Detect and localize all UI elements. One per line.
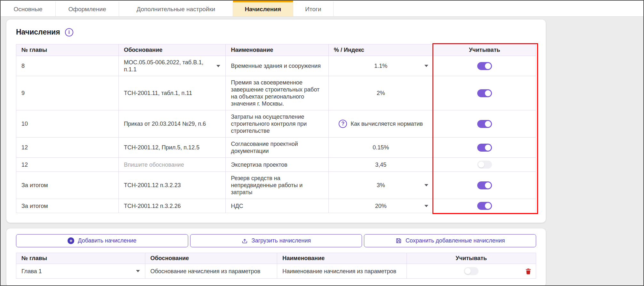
trash-icon: [525, 267, 532, 275]
name-cell: Затраты на осуществление строительного к…: [226, 110, 329, 138]
accruals-table: № главы Обоснование Наименование % / Инд…: [16, 44, 536, 213]
tab-oformlenie[interactable]: Оформление: [56, 1, 119, 16]
chapter-cell: 12: [16, 158, 119, 172]
table-row: 12 ТСН-2001.12, Прил.5, п.12.5 Согласова…: [16, 138, 536, 158]
window: Основные Оформление Дополнительные настр…: [0, 0, 644, 286]
name-cell: Экспертиза проектов: [226, 158, 329, 172]
include-cell: [433, 76, 536, 110]
value-dropdown-cell[interactable]: 1.1%: [329, 56, 433, 76]
name-cell[interactable]: Наименование начисления из параметров: [277, 264, 407, 279]
chapter-cell: 9: [16, 76, 119, 110]
how-normative-link[interactable]: ? Как вычисляется норматив: [334, 120, 428, 128]
chapter-cell: 12: [16, 138, 119, 158]
include-toggle[interactable]: [477, 89, 492, 97]
normative-help-cell: ? Как вычисляется норматив: [329, 110, 433, 138]
include-toggle[interactable]: [477, 62, 492, 70]
button-label: Сохранить добавленные начисления: [406, 237, 505, 244]
include-toggle[interactable]: [477, 120, 492, 128]
header-row: № главы Обоснование Наименование % / Инд…: [16, 44, 536, 56]
save-icon: [395, 237, 402, 244]
include-toggle[interactable]: [477, 161, 492, 169]
value-text: 20%: [375, 203, 387, 209]
card-title-row: Начисления i: [16, 28, 536, 36]
add-accrual-button[interactable]: + Добавить начисление: [16, 234, 188, 247]
table-row: За итогом ТСН-2001.12 п.3.2.26 НДС 20%: [16, 199, 536, 213]
add-accruals-card: + Добавить начисление Загрузить начислен…: [6, 228, 546, 286]
name-cell: НДС: [226, 199, 329, 213]
table-row: Глава 1 Обоснование начисления из параме…: [16, 264, 536, 279]
tab-label: Итоги: [305, 6, 321, 13]
tab-nachisleniya[interactable]: Начисления: [233, 1, 293, 16]
basis-cell[interactable]: Приказ от 20.03.2014 №29, п.6: [118, 110, 226, 138]
tab-itogi[interactable]: Итоги: [293, 1, 334, 16]
value-dropdown-cell[interactable]: 20%: [329, 199, 433, 213]
include-cell: [433, 138, 536, 158]
col-header-value: % / Индекс: [329, 44, 433, 56]
caret-down-icon[interactable]: [136, 270, 140, 272]
tab-dopolnitelnye-nastroyki[interactable]: Дополнительные настройки: [119, 1, 233, 16]
accruals-table-wrap: № главы Обоснование Наименование % / Инд…: [16, 44, 536, 213]
chapter-select[interactable]: Глава 1: [16, 264, 145, 279]
question-icon: ?: [339, 120, 347, 128]
basis-cell[interactable]: ТСН-2001.11, табл.1, п.11: [118, 76, 226, 110]
basis-input-placeholder[interactable]: Впишите обоснование: [118, 158, 226, 172]
value-dropdown-cell[interactable]: 3%: [329, 172, 433, 199]
basis-value: МОС.05.05-006.2022, таб.В.1, п.1.1: [124, 59, 214, 73]
include-cell: [433, 110, 536, 138]
chapter-cell: 10: [16, 110, 119, 138]
new-accruals-table: № главы Обоснование Наименование Учитыва…: [16, 253, 536, 279]
tab-osnovnye[interactable]: Основные: [1, 1, 56, 16]
name-cell: Резерв средств на непредвиденные работы …: [226, 172, 329, 199]
name-cell: Премия за своевременное завершение строи…: [226, 76, 329, 110]
value-cell[interactable]: 3,45: [329, 158, 433, 172]
info-icon[interactable]: i: [65, 28, 73, 36]
tab-bar: Основные Оформление Дополнительные настр…: [1, 1, 643, 17]
include-cell: [433, 199, 536, 213]
header-row: № главы Обоснование Наименование Учитыва…: [16, 253, 536, 264]
value-text: 1.1%: [374, 63, 387, 69]
col-header-include: Учитывать: [407, 253, 536, 264]
delete-row-button[interactable]: [525, 267, 532, 275]
basis-cell[interactable]: ТСН-2001.12 п.3.2.26: [118, 199, 226, 213]
basis-cell[interactable]: ТСН-2001.12 п.3.2.23: [118, 172, 226, 199]
table-row: 8 МОС.05.05-006.2022, таб.В.1, п.1.1 Вре…: [16, 56, 536, 76]
page-title: Начисления: [16, 28, 60, 36]
basis-cell[interactable]: ТСН-2001.12, Прил.5, п.12.5: [118, 138, 226, 158]
include-toggle[interactable]: [464, 267, 479, 275]
help-link-label: Как вычисляется норматив: [350, 120, 423, 127]
col-header-basis: Обоснование: [145, 253, 277, 264]
value-text: 3%: [377, 182, 385, 188]
col-header-include: Учитывать: [433, 44, 536, 56]
include-toggle[interactable]: [477, 202, 492, 210]
caret-down-icon[interactable]: [216, 65, 220, 67]
include-cell: [433, 56, 536, 76]
name-cell: Временные здания и сооружения: [226, 56, 329, 76]
caret-down-icon[interactable]: [424, 184, 428, 187]
value-cell[interactable]: 0.15%: [329, 138, 433, 158]
value-cell[interactable]: 2%: [329, 76, 433, 110]
basis-dropdown-cell[interactable]: МОС.05.05-006.2022, таб.В.1, п.1.1: [118, 56, 226, 76]
button-label: Загрузить начисления: [252, 237, 311, 244]
load-accruals-button[interactable]: Загрузить начисления: [190, 234, 362, 247]
caret-down-icon[interactable]: [424, 205, 428, 207]
include-toggle[interactable]: [477, 144, 492, 152]
tab-label: Основные: [13, 6, 42, 13]
include-cell: [433, 172, 536, 199]
content-area: Начисления i № главы Обоснование Наимено…: [1, 17, 643, 286]
col-header-chapter: № главы: [16, 44, 119, 56]
include-toggle[interactable]: [477, 181, 492, 189]
chapter-cell: 8: [16, 56, 119, 76]
tab-label: Начисления: [245, 6, 281, 13]
actions-row: + Добавить начисление Загрузить начислен…: [16, 234, 536, 247]
plus-circle-icon: +: [68, 237, 74, 244]
caret-down-icon[interactable]: [424, 65, 428, 67]
table-row: 9 ТСН-2001.11, табл.1, п.11 Премия за св…: [16, 76, 536, 110]
upload-icon: [241, 237, 248, 244]
save-accruals-button[interactable]: Сохранить добавленные начисления: [364, 234, 536, 247]
name-cell: Согласование проектной документации: [226, 138, 329, 158]
col-header-name: Наименование: [226, 44, 329, 56]
basis-cell[interactable]: Обоснование начисления из параметров: [145, 264, 277, 279]
chapter-cell: За итогом: [16, 199, 119, 213]
col-header-basis: Обоснование: [118, 44, 226, 56]
table-row: 10 Приказ от 20.03.2014 №29, п.6 Затраты…: [16, 110, 536, 138]
